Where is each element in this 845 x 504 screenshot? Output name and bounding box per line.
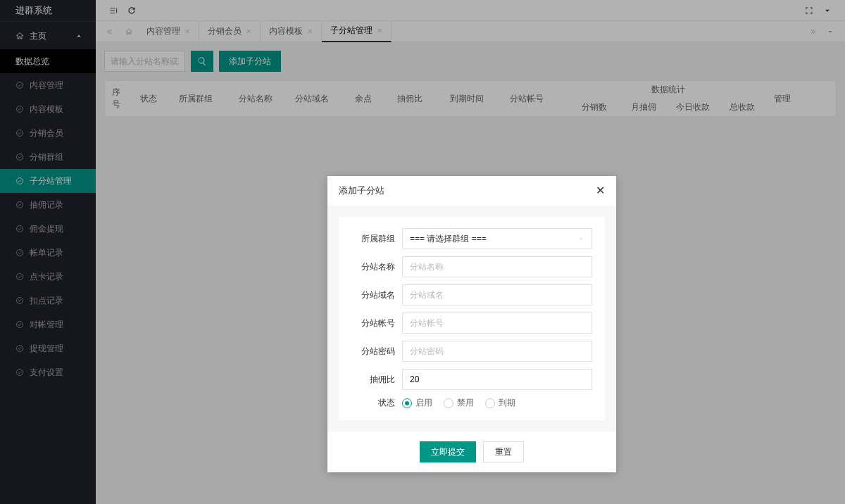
label-domain: 分站域名 — [351, 289, 395, 301]
name-input[interactable] — [402, 256, 592, 277]
domain-input[interactable] — [402, 284, 592, 305]
radio-enable[interactable]: 启用 — [402, 397, 432, 409]
label-account: 分站帐号 — [351, 317, 395, 329]
reset-button[interactable]: 重置 — [483, 441, 524, 462]
radio-disable[interactable]: 禁用 — [444, 397, 474, 409]
modal-title: 添加子分站 — [339, 176, 384, 206]
submit-button[interactable]: 立即提交 — [420, 441, 476, 462]
label-status: 状态 — [351, 397, 395, 409]
add-substation-modal: 添加子分站 ✕ 所属群组=== 请选择群组 === 分站名称 分站域名 分站帐号… — [327, 176, 616, 472]
group-select[interactable]: === 请选择群组 === — [402, 228, 592, 249]
label-group: 所属群组 — [351, 233, 395, 245]
commission-input[interactable] — [402, 369, 592, 390]
label-password: 分站密码 — [351, 346, 395, 358]
chevron-down-icon — [577, 235, 584, 242]
modal-header: 添加子分站 ✕ — [327, 176, 616, 206]
account-input[interactable] — [402, 313, 592, 334]
label-name: 分站名称 — [351, 261, 395, 273]
radio-expire[interactable]: 到期 — [485, 397, 515, 409]
close-icon[interactable]: ✕ — [596, 176, 605, 206]
label-commission: 抽佣比 — [351, 374, 395, 386]
password-input[interactable] — [402, 341, 592, 362]
